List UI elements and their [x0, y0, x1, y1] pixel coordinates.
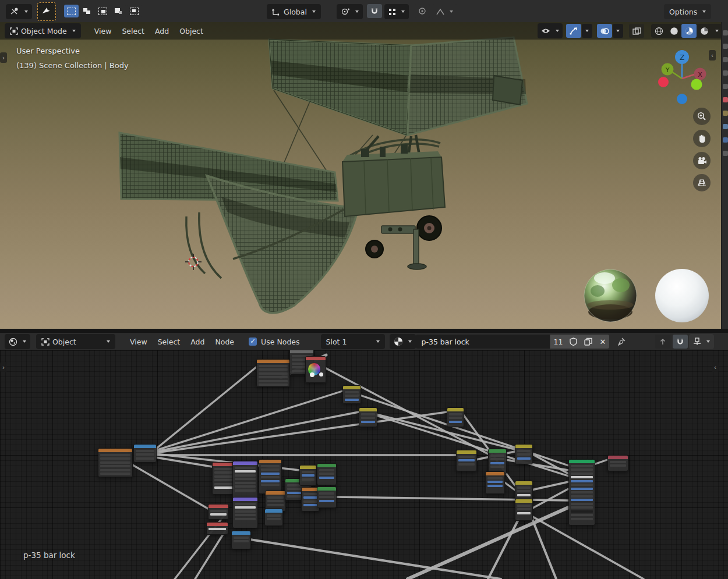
node-mix-2[interactable] — [359, 407, 377, 427]
select-mode-subtract[interactable] — [96, 5, 110, 17]
node-material-output[interactable] — [607, 455, 628, 471]
xray-toggle[interactable] — [629, 24, 644, 38]
snap-settings-dropdown[interactable] — [384, 4, 409, 19]
node-layer — [0, 350, 728, 579]
material-name-input[interactable]: p-35 bar lock — [416, 335, 550, 349]
material-users-count[interactable]: 11 — [550, 335, 567, 349]
viewport-sidebar-toggle-left[interactable]: › — [0, 52, 7, 63]
zoom-button[interactable] — [693, 108, 711, 125]
pivot-point-dropdown[interactable] — [337, 4, 363, 19]
properties-tab[interactable] — [723, 30, 728, 35]
use-nodes-toggle[interactable]: ✓ Use Nodes — [249, 338, 299, 346]
node-menu-add[interactable]: Add — [185, 335, 210, 349]
menu-object[interactable]: Object — [174, 24, 208, 38]
select-mode-invert[interactable] — [111, 5, 126, 17]
pan-button[interactable] — [693, 130, 711, 147]
editor-type-button[interactable] — [6, 4, 32, 19]
node-vector-math-2[interactable] — [317, 463, 337, 485]
properties-tab[interactable] — [723, 151, 728, 156]
node-principled-bsdf[interactable] — [568, 459, 595, 525]
node-value-2[interactable] — [206, 522, 228, 535]
shading-wireframe-button[interactable] — [651, 24, 666, 38]
node-texture-right[interactable] — [485, 471, 505, 494]
node-mapping[interactable] — [133, 444, 157, 463]
properties-tab-material[interactable] — [723, 97, 728, 102]
viewport-3d[interactable]: Object Mode View Select Add Object — [0, 22, 728, 329]
node-sidebar-toggle-left[interactable]: › — [0, 362, 7, 372]
viewport-sidebar-toggle-right[interactable]: ‹ — [709, 50, 716, 61]
node-image-texture-mid[interactable] — [259, 459, 282, 494]
node-menu-node[interactable]: Node — [210, 335, 239, 349]
gizmos-dropdown[interactable] — [582, 24, 592, 38]
overlays-dropdown[interactable] — [613, 24, 623, 38]
select-mode-extend[interactable] — [80, 5, 94, 17]
navigation-gizmo[interactable]: Z Y X — [655, 48, 709, 106]
menu-view[interactable]: View — [89, 24, 117, 38]
transform-orientation-dropdown[interactable]: Global — [267, 4, 321, 19]
node-mix-1[interactable] — [342, 385, 361, 404]
node-sidebar-toggle-right[interactable]: ‹ — [712, 362, 719, 372]
node-color-picker[interactable] — [305, 356, 326, 383]
menu-select[interactable]: Select — [116, 24, 150, 38]
shading-rendered-button[interactable] — [697, 24, 712, 38]
node-vector-math-3[interactable] — [317, 486, 337, 508]
fake-user-button[interactable] — [566, 335, 581, 349]
shader-editor-type-button[interactable] — [5, 334, 30, 349]
properties-tab[interactable] — [723, 137, 728, 143]
node-converter-1[interactable] — [264, 509, 283, 526]
properties-tab[interactable] — [723, 70, 728, 76]
node-value-1[interactable] — [208, 504, 229, 520]
area-splitter[interactable] — [0, 329, 728, 333]
toggle-ortho-button[interactable] — [693, 174, 711, 191]
node-image-texture-top[interactable] — [256, 359, 290, 387]
proportional-falloff-dropdown[interactable] — [432, 4, 457, 19]
node-mix-5[interactable] — [456, 450, 477, 471]
use-nodes-checkbox[interactable]: ✓ — [249, 338, 257, 346]
properties-tab[interactable] — [723, 44, 728, 49]
node-curves-2[interactable] — [232, 497, 258, 528]
properties-tab[interactable] — [723, 57, 728, 62]
new-material-button[interactable] — [581, 335, 596, 349]
node-mix-7[interactable] — [515, 481, 533, 501]
node-menu-view[interactable]: View — [125, 335, 153, 349]
properties-tab[interactable] — [723, 124, 728, 129]
proportional-edit-button[interactable] — [415, 4, 430, 18]
shader-node-editor[interactable]: p-35 bar lock › ‹ — [0, 350, 728, 579]
gizmos-toggle[interactable] — [566, 24, 581, 38]
node-mix-3[interactable] — [447, 407, 464, 427]
node-mix-6[interactable] — [515, 444, 533, 464]
node-converter-2[interactable] — [231, 531, 251, 549]
properties-tab-strip[interactable] — [721, 22, 728, 329]
node-menu-select[interactable]: Select — [153, 335, 186, 349]
node-image-texture-left[interactable] — [98, 448, 133, 477]
shading-material-button[interactable] — [681, 24, 697, 38]
options-dropdown[interactable]: Options — [664, 4, 711, 19]
shader-type-dropdown[interactable]: Object — [36, 334, 115, 349]
tool-settings-bar: Global — [0, 0, 728, 23]
node-mix-4[interactable] — [299, 465, 317, 486]
mode-dropdown[interactable]: Object Mode — [5, 23, 81, 38]
select-mode-intersect[interactable] — [127, 5, 142, 17]
slot-dropdown[interactable]: Slot 1 — [321, 334, 385, 349]
properties-tab[interactable] — [723, 111, 728, 116]
snap-toggle-button[interactable] — [367, 4, 382, 18]
go-to-parent-node-tree-button[interactable] — [655, 335, 670, 349]
menu-add[interactable]: Add — [150, 24, 174, 38]
unlink-material-button[interactable]: ✕ — [596, 335, 609, 349]
hand-icon — [698, 134, 706, 143]
node-snap-toggle[interactable] — [673, 335, 688, 349]
node-curves-1[interactable] — [232, 461, 258, 499]
browse-material-button[interactable] — [390, 334, 416, 349]
overlays-toggle[interactable] — [597, 24, 612, 38]
material-name-value: p-35 bar lock — [422, 338, 469, 346]
select-mode-new[interactable] — [64, 5, 79, 17]
active-tool-select-button[interactable] — [37, 2, 56, 21]
pin-button[interactable] — [614, 335, 629, 349]
node-snap-target-dropdown[interactable] — [689, 334, 714, 349]
node-mix-8[interactable] — [515, 499, 533, 521]
camera-view-button[interactable] — [693, 152, 711, 169]
object-visibility-dropdown[interactable] — [538, 23, 563, 38]
shading-solid-button[interactable] — [666, 24, 681, 38]
properties-tab[interactable] — [723, 84, 728, 89]
node-vector-math-4[interactable] — [488, 449, 507, 474]
